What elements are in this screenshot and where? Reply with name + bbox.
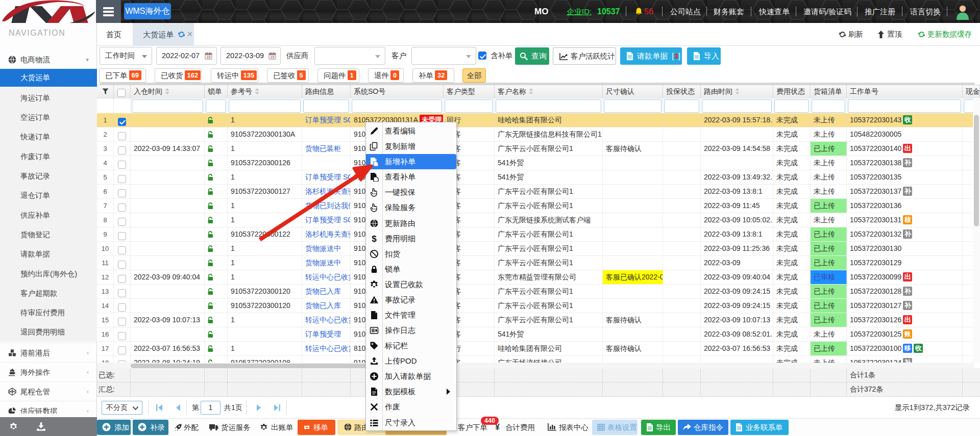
- svg-text:15: 15: [207, 55, 211, 59]
- svg-text:$: $: [372, 234, 377, 243]
- svg-text:15: 15: [271, 55, 275, 59]
